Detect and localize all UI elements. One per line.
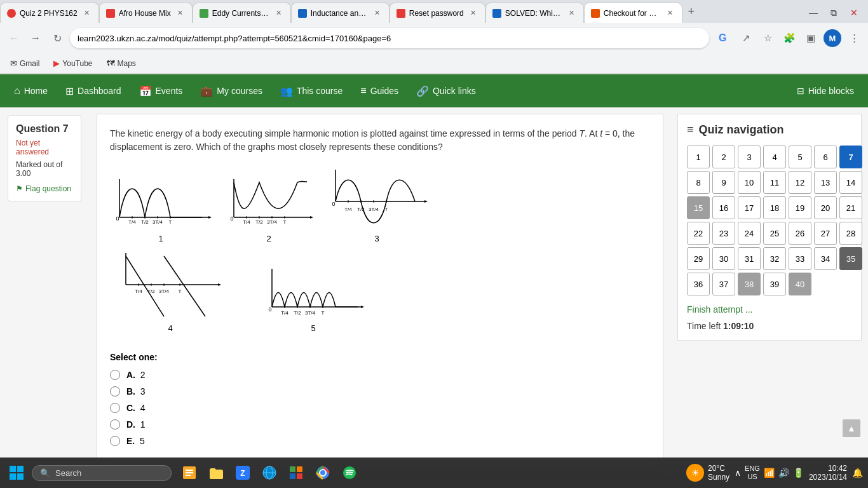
nav-cell-17[interactable]: 17 <box>738 196 761 219</box>
option-c[interactable]: C. 4 <box>110 403 650 413</box>
nav-cell-2[interactable]: 2 <box>712 146 735 168</box>
new-tab-button[interactable]: + <box>682 3 700 20</box>
nav-cell-34[interactable]: 34 <box>814 247 837 270</box>
nav-cell-35[interactable]: 35 <box>839 247 862 270</box>
nav-cell-10[interactable]: 10 <box>738 171 761 194</box>
taskbar-files-icon[interactable] <box>283 460 309 472</box>
nav-home[interactable]: ⌂ Home <box>5 80 57 102</box>
tab-close[interactable]: ✕ <box>566 8 577 18</box>
nav-cell-3[interactable]: 3 <box>738 146 761 168</box>
tab-close[interactable]: ✕ <box>273 8 284 18</box>
bookmark-gmail[interactable]: ✉ Gmail <box>5 57 44 69</box>
tab-afro-house[interactable]: Afro House Mix ✕ <box>99 3 193 23</box>
nav-cell-24[interactable]: 24 <box>738 222 761 245</box>
nav-cell-6[interactable]: 6 <box>814 146 837 168</box>
nav-cell-11[interactable]: 11 <box>763 171 786 194</box>
nav-my-courses[interactable]: 💼 My courses <box>191 80 271 102</box>
nav-cell-29[interactable]: 29 <box>687 247 710 270</box>
hide-blocks-button[interactable]: ⊟ Hide blocks <box>788 81 863 101</box>
nav-cell-38[interactable]: 38 <box>738 273 761 295</box>
nav-cell-9[interactable]: 9 <box>712 171 735 194</box>
tab-close[interactable]: ✕ <box>372 8 383 18</box>
nav-cell-31[interactable]: 31 <box>738 247 761 270</box>
nav-cell-30[interactable]: 30 <box>712 247 735 270</box>
taskbar-chrome-icon[interactable] <box>310 460 336 472</box>
bookmark-maps[interactable]: 🗺 Maps <box>102 57 141 69</box>
option-e[interactable]: E. 5 <box>110 436 650 446</box>
nav-cell-33[interactable]: 33 <box>789 247 811 270</box>
nav-cell-40[interactable]: 40 <box>789 273 811 295</box>
flag-question-button[interactable]: ⚑ Flag question <box>16 184 73 193</box>
nav-cell-26[interactable]: 26 <box>789 222 811 245</box>
bookmark-youtube[interactable]: ▶ YouTube <box>48 57 97 69</box>
share-icon[interactable]: ↗ <box>737 29 755 47</box>
notification-icon[interactable]: 🔔 <box>852 468 863 472</box>
nav-cell-25[interactable]: 25 <box>763 222 786 245</box>
forward-button[interactable]: → <box>27 29 44 47</box>
close-button[interactable]: ✕ <box>845 4 863 22</box>
nav-cell-36[interactable]: 36 <box>687 273 710 295</box>
tray-up-icon[interactable]: ∧ <box>735 468 741 472</box>
nav-cell-37[interactable]: 37 <box>712 273 735 295</box>
nav-cell-18[interactable]: 18 <box>763 196 786 219</box>
minimize-button[interactable]: — <box>804 4 822 22</box>
tab-reset[interactable]: Reset password ✕ <box>390 3 485 23</box>
nav-cell-28[interactable]: 28 <box>839 222 862 245</box>
option-c-radio[interactable] <box>110 403 120 413</box>
volume-icon[interactable]: 🔊 <box>778 468 789 472</box>
taskbar-browser-icon[interactable] <box>257 460 282 472</box>
scroll-up-button[interactable]: ▲ <box>843 419 860 437</box>
finish-attempt-link[interactable]: Finish attempt ... <box>687 304 852 315</box>
tab-close[interactable]: ✕ <box>468 8 478 18</box>
reload-button[interactable]: ↻ <box>48 29 66 47</box>
taskbar-spotify-icon[interactable] <box>337 460 362 472</box>
option-e-radio[interactable] <box>110 436 120 446</box>
tab-close[interactable]: ✕ <box>665 8 675 18</box>
battery-icon[interactable]: 🔋 <box>793 468 804 472</box>
nav-cell-23[interactable]: 23 <box>712 222 735 245</box>
tab-eddy[interactable]: Eddy Currents a... ✕ <box>193 3 291 23</box>
taskbar-notes-icon[interactable] <box>177 460 202 472</box>
nav-guides[interactable]: ≡ Guides <box>351 80 407 102</box>
back-button[interactable]: ← <box>5 29 23 47</box>
bookmark-icon[interactable]: ☆ <box>759 29 776 47</box>
nav-cell-32[interactable]: 32 <box>763 247 786 270</box>
menu-icon[interactable]: ⋮ <box>845 29 863 47</box>
nav-cell-22[interactable]: 22 <box>687 222 710 245</box>
wifi-icon[interactable]: 📶 <box>764 468 775 472</box>
option-d-radio[interactable] <box>110 419 120 430</box>
tab-close[interactable]: ✕ <box>175 8 186 18</box>
nav-cell-19[interactable]: 19 <box>789 196 811 219</box>
nav-cell-1[interactable]: 1 <box>687 146 710 168</box>
nav-cell-5[interactable]: 5 <box>789 146 811 168</box>
nav-cell-27[interactable]: 27 <box>814 222 837 245</box>
tab-close[interactable]: ✕ <box>81 8 92 18</box>
nav-quick-links[interactable]: 🔗 Quick links <box>407 80 485 102</box>
nav-cell-4[interactable]: 4 <box>763 146 786 168</box>
tab-solved[interactable]: SOLVED: Which... ✕ <box>485 3 584 23</box>
taskbar-zoom-icon[interactable]: Z <box>230 460 255 472</box>
nav-events[interactable]: 📅 Events <box>130 80 192 102</box>
tab-checkout[interactable]: Checkout for Ch... ✕ <box>584 3 682 23</box>
extension-icon[interactable]: 🧩 <box>780 29 798 47</box>
nav-cell-12[interactable]: 12 <box>789 171 811 194</box>
option-d[interactable]: D. 1 <box>110 419 650 430</box>
nav-cell-15[interactable]: 15 <box>687 196 710 219</box>
restore-button[interactable]: ⧉ <box>825 4 843 22</box>
nav-this-course[interactable]: 👥 This course <box>271 80 351 102</box>
profile-button[interactable]: M <box>824 29 841 47</box>
nav-cell-16[interactable]: 16 <box>712 196 735 219</box>
tab-inductance[interactable]: Inductance and ... ✕ <box>291 3 390 23</box>
option-b-radio[interactable] <box>110 386 120 396</box>
nav-cell-13[interactable]: 13 <box>814 171 837 194</box>
nav-cell-8[interactable]: 8 <box>687 171 710 194</box>
tab-quiz2[interactable]: Quiz 2 PHYS162 ✕ <box>0 3 99 23</box>
option-b[interactable]: B. 3 <box>110 386 650 396</box>
start-button[interactable] <box>5 461 28 472</box>
nav-cell-20[interactable]: 20 <box>814 196 837 219</box>
nav-dashboard[interactable]: ⊞ Dashboard <box>57 80 130 102</box>
nav-cell-21[interactable]: 21 <box>839 196 862 219</box>
sidebar-toggle-icon[interactable]: ▣ <box>802 29 820 47</box>
taskbar-folder-icon[interactable] <box>203 460 229 472</box>
taskbar-search[interactable]: 🔍 Search <box>32 465 172 473</box>
